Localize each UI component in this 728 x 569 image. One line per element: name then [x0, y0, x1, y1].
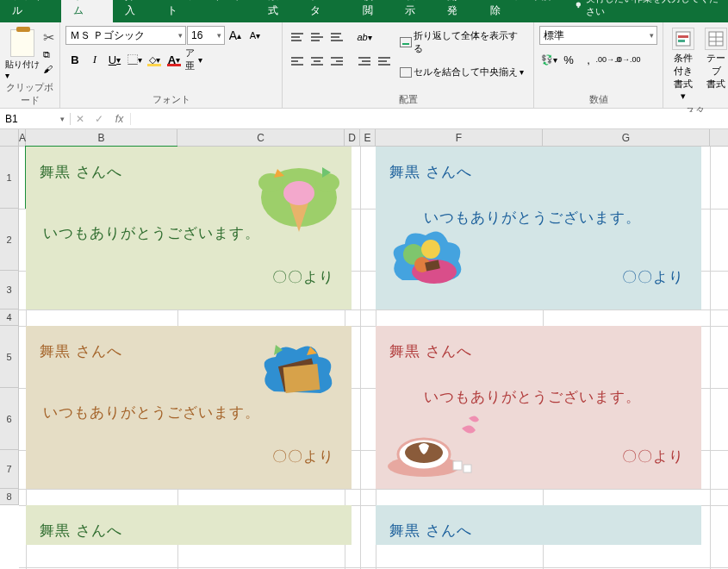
svg-point-0: [576, 2, 580, 6]
card-to: 舞黒 さんへ: [389, 521, 691, 541]
fill-color-button[interactable]: ◇▾: [145, 50, 164, 69]
col-header-B[interactable]: B: [26, 129, 177, 146]
table-format-button[interactable]: テーブ 書式: [701, 26, 728, 92]
menu-data[interactable]: データ: [298, 0, 350, 22]
phonetic-button[interactable]: ア亜▾: [184, 50, 203, 69]
fx-button[interactable]: fx: [109, 113, 131, 125]
col-header-D[interactable]: D: [345, 129, 360, 146]
bold-button[interactable]: B: [65, 50, 84, 69]
col-header-F[interactable]: F: [376, 129, 543, 146]
card-to: 舞黒 さんへ: [389, 162, 691, 182]
card-to: 舞黒 さんへ: [40, 521, 341, 541]
ribbon-group-font: A▴ A▾ B I U▾ ▾ ◇▾ A▾ ア亜▾ フォント: [60, 22, 283, 108]
menu-bar: ファイル ホーム 挿入 ページ レイアウト 数式 データ 校閲 表示 開発 パス…: [0, 0, 728, 22]
formula-cancel-button[interactable]: ✕: [71, 113, 90, 125]
formula-input[interactable]: [131, 112, 728, 125]
row-headers: 12345678: [0, 147, 19, 505]
name-box[interactable]: B1▾: [0, 113, 71, 125]
conditional-format-icon: [672, 28, 694, 50]
orientation-button[interactable]: ab▾: [355, 28, 374, 47]
svg-rect-1: [577, 6, 579, 8]
ribbon-group-styles: 条件付き 書式 ▾ テーブ 書式 スタ: [663, 22, 727, 108]
svg-point-13: [283, 181, 314, 205]
business-card-0[interactable]: 舞黒 さんへいつもありがとうございます。〇〇より: [26, 147, 352, 310]
percent-button[interactable]: %: [559, 50, 578, 69]
row-header-2[interactable]: 2: [0, 209, 19, 271]
ribbon: 貼り付け ▾ ✂ ⧉ 🖌 クリップボード A▴ A▾ B I U▾ ▾: [0, 22, 728, 109]
row-header-7[interactable]: 7: [0, 450, 19, 489]
group-label-number: 数値: [539, 92, 657, 106]
svg-rect-22: [283, 364, 320, 393]
business-card-3[interactable]: 舞黒 さんへいつもありがとうございます。〇〇より: [376, 326, 701, 489]
menu-view[interactable]: 表示: [393, 0, 435, 22]
border-button[interactable]: ▾: [125, 50, 144, 69]
font-size-select[interactable]: [187, 26, 225, 45]
align-bottom-button[interactable]: [327, 28, 346, 47]
worksheet[interactable]: ABCDEFG 12345678 舞黒 さんへいつもありがとうございます。〇〇よ…: [0, 129, 728, 569]
ribbon-group-number: 💱▾ % , .00→.0 .0→.00 数値: [534, 22, 663, 108]
business-card-5[interactable]: 舞黒 さんへ: [376, 505, 701, 545]
number-format-select[interactable]: [539, 26, 657, 45]
align-center-button[interactable]: [308, 52, 327, 71]
business-card-1[interactable]: 舞黒 さんへいつもありがとうございます。〇〇より: [376, 147, 701, 310]
formula-bar: B1▾ ✕ ✓ fx: [0, 109, 728, 129]
font-name-select[interactable]: [65, 26, 186, 45]
col-header-C[interactable]: C: [177, 129, 345, 146]
decrease-decimal-button[interactable]: .0→.00: [619, 50, 638, 69]
row-header-3[interactable]: 3: [0, 271, 19, 310]
formula-ok-button[interactable]: ✓: [90, 113, 109, 125]
conditional-format-button[interactable]: 条件付き 書式 ▾: [669, 26, 698, 103]
row-header-8[interactable]: 8: [0, 489, 19, 505]
paste-label[interactable]: 貼り付け ▾: [5, 59, 40, 80]
svg-point-18: [421, 240, 440, 259]
menu-home[interactable]: ホーム: [61, 0, 113, 22]
ribbon-group-clipboard: 貼り付け ▾ ✂ ⧉ 🖌 クリップボード: [0, 22, 60, 108]
wrap-icon: [400, 37, 412, 47]
menu-layout[interactable]: ページ レイアウト: [155, 0, 256, 22]
business-card-4[interactable]: 舞黒 さんへ: [26, 505, 352, 545]
underline-button[interactable]: U▾: [105, 50, 124, 69]
copy-icon[interactable]: ⧉: [43, 49, 54, 60]
align-left-button[interactable]: [288, 52, 307, 71]
wrap-text-button[interactable]: 折り返して全体を表示する: [397, 28, 528, 57]
merge-icon: [400, 67, 412, 78]
svg-rect-29: [464, 465, 471, 472]
align-middle-button[interactable]: [308, 28, 327, 47]
menu-formulas[interactable]: 数式: [256, 0, 298, 22]
svg-rect-2: [676, 32, 690, 46]
col-header-E[interactable]: E: [360, 129, 376, 146]
format-painter-icon[interactable]: 🖌: [43, 64, 54, 74]
indent-decrease-button[interactable]: [355, 52, 374, 71]
col-header-G[interactable]: G: [543, 129, 710, 146]
align-top-button[interactable]: [288, 28, 307, 47]
column-headers: ABCDEFG: [0, 129, 728, 147]
tell-me-box[interactable]: 実行したい作業を入力してください: [567, 0, 728, 22]
italic-button[interactable]: I: [85, 50, 104, 69]
group-label-alignment: 配置: [288, 92, 528, 106]
align-right-button[interactable]: [327, 52, 346, 71]
svg-rect-4: [678, 40, 685, 42]
menu-review[interactable]: 校閲: [351, 0, 393, 22]
merge-center-button[interactable]: セルを結合して中央揃え ▾: [397, 64, 528, 80]
row-header-4[interactable]: 4: [0, 310, 19, 326]
grow-font-button[interactable]: A▴: [226, 26, 245, 45]
cut-icon[interactable]: ✂: [43, 29, 54, 46]
group-label-font: フォント: [65, 92, 277, 106]
paste-icon[interactable]: [10, 29, 34, 57]
font-color-button[interactable]: A▾: [165, 50, 184, 69]
business-card-2[interactable]: 舞黒 さんへいつもありがとうございます。〇〇より: [26, 326, 352, 489]
menu-password[interactable]: パスワード解除: [478, 0, 567, 22]
menu-file[interactable]: ファイル: [0, 0, 61, 22]
col-header-A[interactable]: A: [19, 129, 26, 146]
menu-insert[interactable]: 挿入: [113, 0, 155, 22]
currency-button[interactable]: 💱▾: [539, 50, 558, 69]
svg-rect-28: [453, 461, 462, 470]
row-header-6[interactable]: 6: [0, 388, 19, 450]
row-header-1[interactable]: 1: [0, 147, 19, 209]
select-all-corner[interactable]: [0, 129, 19, 146]
row-header-5[interactable]: 5: [0, 326, 19, 388]
group-label-clipboard: クリップボード: [5, 80, 54, 107]
shrink-font-button[interactable]: A▾: [246, 26, 264, 45]
indent-increase-button[interactable]: [375, 52, 394, 71]
menu-developer[interactable]: 開発: [435, 0, 477, 22]
